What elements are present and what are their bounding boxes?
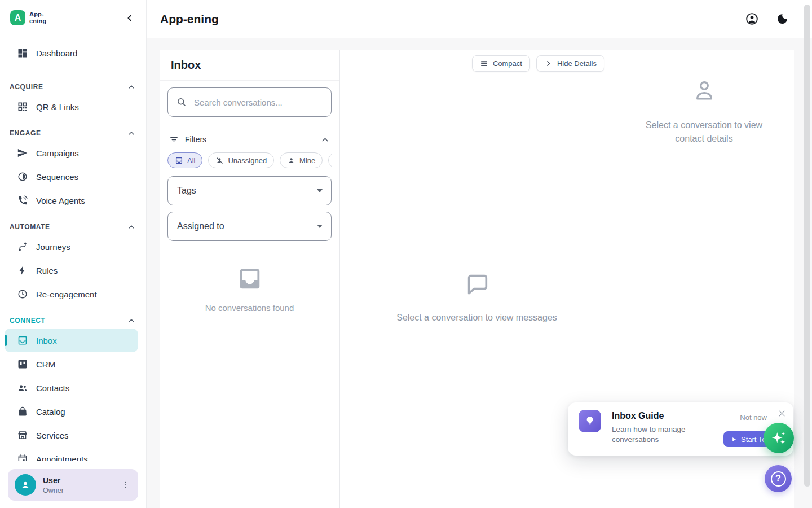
sidebar-item-label: Dashboard	[36, 49, 77, 58]
app-logo: A App- ening	[10, 10, 46, 25]
details-empty-state: Select a conversation to view contact de…	[614, 50, 794, 146]
more-vertical-icon	[121, 480, 130, 489]
sidebar-item-label: Services	[36, 431, 69, 440]
sidebar-item-inbox[interactable]: Inbox	[5, 329, 138, 352]
user-info: User Owner	[43, 476, 64, 494]
clock-icon	[17, 288, 28, 300]
dropdown-arrow-icon	[317, 189, 323, 192]
play-icon	[731, 436, 737, 443]
messages-toolbar: Compact Hide Details	[340, 50, 614, 77]
sidebar-item-label: Inbox	[36, 336, 57, 345]
sidebar-item-campaigns[interactable]: Campaigns	[0, 141, 146, 165]
sidebar-item-label: Appointments	[36, 454, 88, 461]
user-card[interactable]: User Owner	[8, 469, 138, 501]
account-button[interactable]	[744, 12, 759, 27]
section-header-automate[interactable]: AUTOMATE	[0, 221, 146, 233]
sidebar-item-dashboard[interactable]: Dashboard	[0, 41, 146, 65]
filter-chip-mine[interactable]: Mine	[280, 152, 323, 168]
page-title: App-ening	[160, 12, 219, 26]
sidebar-item-re-engagement[interactable]: Re-engagement	[0, 282, 146, 306]
filters-header: Filters	[167, 131, 332, 148]
filter-chip-unassigned[interactable]: Unassigned	[208, 152, 274, 168]
filter-chips: All Unassigned Mine Unread	[167, 152, 332, 168]
person-icon	[287, 156, 295, 165]
dashboard-icon	[17, 47, 28, 59]
dark-mode-toggle[interactable]	[775, 12, 789, 27]
inbox-panel-title: Inbox	[171, 59, 201, 72]
sidebar-item-services[interactable]: Services	[0, 423, 146, 447]
compact-button[interactable]: Compact	[472, 55, 530, 72]
app-wordmark: App- ening	[29, 11, 46, 25]
sidebar-item-catalog[interactable]: Catalog	[0, 400, 146, 423]
user-avatar	[15, 474, 36, 496]
app-header: App-ening	[147, 0, 812, 38]
ai-assistant-fab[interactable]	[764, 423, 794, 453]
inbox-icon	[17, 335, 28, 346]
assigned-to-select[interactable]: Assigned to	[167, 212, 332, 241]
close-icon	[778, 409, 786, 418]
chevron-up-icon[interactable]	[320, 135, 330, 144]
sidebar-item-label: Rules	[36, 266, 58, 275]
filter-icon	[169, 135, 179, 144]
tags-select[interactable]: Tags	[167, 176, 332, 205]
sidebar-item-label: Catalog	[36, 407, 65, 417]
sidebar-item-voice-agents[interactable]: Voice Agents	[0, 189, 146, 212]
person-off-icon	[215, 156, 224, 165]
sidebar-item-qr-links[interactable]: QR & Links	[0, 95, 146, 119]
search-icon	[176, 97, 187, 108]
conversations-empty-text: No conversations found	[160, 303, 339, 313]
qr-code-icon	[17, 101, 28, 112]
inbox-panel-header: Inbox	[160, 50, 339, 81]
page-scrollbar[interactable]	[804, 5, 810, 487]
bolt-icon	[17, 265, 28, 276]
dropdown-arrow-icon	[317, 225, 323, 228]
conversations-empty-state: No conversations found	[160, 266, 339, 313]
sidebar-item-journeys[interactable]: Journeys	[0, 235, 146, 259]
guide-description: Learn how to manage conversations	[612, 424, 710, 445]
sidebar-collapse-button[interactable]	[121, 10, 138, 27]
moon-icon	[776, 12, 789, 25]
guide-icon-tile	[579, 410, 601, 432]
section-header-engage[interactable]: ENGAGE	[0, 128, 146, 139]
sidebar-item-label: Contacts	[36, 383, 69, 393]
hide-details-button[interactable]: Hide Details	[536, 55, 604, 72]
kanban-icon	[17, 358, 28, 370]
filter-chip-unread[interactable]: Unread	[328, 152, 332, 168]
user-name: User	[43, 476, 64, 485]
user-menu-button[interactable]	[118, 477, 134, 493]
chat-bubble-icon	[464, 271, 490, 297]
storefront-icon	[17, 430, 28, 441]
search-section	[160, 81, 339, 125]
sidebar-footer: User Owner	[0, 461, 146, 508]
sidebar-item-label: Campaigns	[36, 148, 79, 158]
people-icon	[17, 382, 28, 393]
divider	[0, 72, 146, 72]
not-now-button[interactable]: Not now	[740, 413, 767, 422]
inbox-list-panel: Inbox Filters All Unassigned	[160, 50, 340, 508]
sidebar-item-contacts[interactable]: Contacts	[0, 376, 146, 400]
search-input[interactable]	[194, 98, 323, 107]
lightbulb-icon	[584, 415, 596, 427]
chevron-up-icon	[127, 129, 136, 138]
section-header-connect[interactable]: CONNECT	[0, 315, 146, 326]
assigned-to-select-label: Assigned to	[177, 221, 224, 231]
filters-section: Filters All Unassigned Mine U	[160, 125, 339, 249]
sequence-icon	[17, 171, 28, 182]
chevron-up-icon	[127, 82, 136, 91]
details-empty-text: Select a conversation to view contact de…	[638, 119, 771, 146]
sidebar-item-label: Sequences	[36, 172, 78, 182]
sidebar-item-rules[interactable]: Rules	[0, 259, 146, 282]
calendar-icon	[17, 453, 28, 461]
sidebar-header: A App- ening	[0, 0, 146, 36]
help-fab[interactable]: ?	[765, 465, 792, 492]
sidebar-item-appointments[interactable]: Appointments	[0, 447, 146, 461]
shopping-bag-icon	[17, 406, 28, 417]
inbox-icon	[175, 156, 183, 165]
sidebar-item-sequences[interactable]: Sequences	[0, 165, 146, 189]
close-toast-button[interactable]	[776, 408, 787, 418]
filter-chip-all[interactable]: All	[167, 152, 202, 168]
sidebar-item-label: QR & Links	[36, 102, 79, 112]
section-header-acquire[interactable]: ACQUIRE	[0, 81, 146, 93]
sidebar-item-crm[interactable]: CRM	[0, 352, 146, 376]
inbox-empty-icon	[237, 266, 263, 292]
